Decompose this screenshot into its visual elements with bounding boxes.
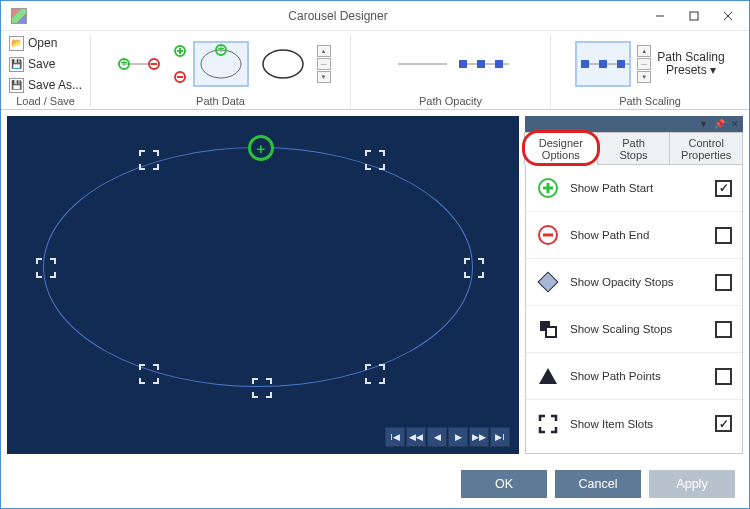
ffwd-button[interactable]: ▶▶: [469, 427, 489, 447]
save-icon: 💾: [9, 57, 24, 72]
saveas-label: Save As...: [28, 78, 82, 92]
option-show-opacity-stops: Show Opacity Stops: [526, 259, 742, 306]
minimize-button[interactable]: [643, 5, 677, 27]
side-panel: ▼ 📌 ✕ Designer Options Path Stops Contro…: [525, 116, 743, 454]
cancel-button[interactable]: Cancel: [555, 470, 641, 498]
svg-rect-26: [599, 60, 607, 68]
pathdata-preset-ellipse-startmark[interactable]: +: [193, 41, 249, 87]
prev-button[interactable]: ◀: [427, 427, 447, 447]
scaling-spinner[interactable]: ▲—▼: [637, 45, 651, 83]
chevron-up-icon[interactable]: ▲: [637, 45, 651, 57]
window-title: Carousel Designer: [33, 9, 643, 23]
plus-green-icon: [173, 44, 187, 58]
item-slot[interactable]: [138, 149, 160, 171]
group-label-loadsave: Load / Save: [16, 95, 75, 107]
app-icon: [11, 8, 27, 24]
next-button[interactable]: ▶: [448, 427, 468, 447]
svg-rect-1: [690, 12, 698, 20]
saveas-button[interactable]: 💾Save As...: [7, 76, 84, 95]
option-label: Show Path Points: [570, 370, 705, 382]
svg-rect-36: [546, 327, 556, 337]
option-label: Show Path End: [570, 229, 705, 241]
item-slot[interactable]: [251, 377, 273, 399]
checkbox-show-path-points[interactable]: [715, 368, 732, 385]
path-end-icon: [536, 223, 560, 247]
scaling-preset-line2: Presets ▾: [666, 64, 716, 77]
rewind-button[interactable]: ◀◀: [406, 427, 426, 447]
checkbox-show-path-start[interactable]: ✓: [715, 180, 732, 197]
item-slot[interactable]: [364, 149, 386, 171]
path-point-icon: [536, 364, 560, 388]
group-label-pathopacity: Path Opacity: [419, 95, 482, 107]
panel-tabs: Designer Options Path Stops Control Prop…: [525, 132, 743, 165]
panel-close-icon[interactable]: ✕: [731, 119, 739, 129]
save-button[interactable]: 💾Save: [7, 55, 57, 74]
ok-button[interactable]: OK: [461, 470, 547, 498]
opacity-preset-stops[interactable]: [454, 41, 510, 87]
path-start-icon: [536, 176, 560, 200]
chevron-down-icon[interactable]: ▼: [317, 71, 331, 83]
item-slot[interactable]: [463, 257, 485, 279]
open-label: Open: [28, 36, 57, 50]
scaling-preset-stops[interactable]: [575, 41, 631, 87]
checkbox-show-path-end[interactable]: [715, 227, 732, 244]
group-label-pathdata: Path Data: [196, 95, 245, 107]
option-label: Show Opacity Stops: [570, 276, 705, 288]
close-button[interactable]: [711, 5, 745, 27]
transport-controls: I◀ ◀◀ ◀ ▶ ▶▶ ▶I: [385, 427, 510, 447]
first-button[interactable]: I◀: [385, 427, 405, 447]
ribbon-group-pathdata: + + ▲—▼ Path Data: [91, 35, 351, 107]
item-slot[interactable]: [138, 363, 160, 385]
pathdata-preset-line[interactable]: +: [111, 41, 167, 87]
pin-icon[interactable]: 📌: [714, 119, 725, 129]
ribbon-group-pathscaling: ▲—▼ Path Scaling Presets ▾ Path Scaling: [551, 35, 749, 107]
checkbox-show-item-slots[interactable]: ✓: [715, 415, 732, 432]
panel-header: ▼ 📌 ✕: [525, 116, 743, 132]
stop-icon[interactable]: —: [317, 58, 331, 70]
dialog-footer: OK Cancel Apply: [1, 460, 749, 508]
saveas-icon: 💾: [9, 78, 24, 93]
option-show-path-start: Show Path Start ✓: [526, 165, 742, 212]
last-button[interactable]: ▶I: [490, 427, 510, 447]
svg-rect-20: [459, 60, 467, 68]
titlebar: Carousel Designer: [1, 1, 749, 31]
scaling-presets-dropdown[interactable]: Path Scaling Presets ▾: [657, 51, 724, 77]
pathdata-spinner[interactable]: ▲—▼: [317, 45, 331, 83]
item-slot[interactable]: [364, 363, 386, 385]
workspace: + I◀ ◀◀ ◀ ▶ ▶▶ ▶I ▼ 📌 ✕: [1, 110, 749, 460]
svg-rect-21: [477, 60, 485, 68]
svg-rect-25: [581, 60, 589, 68]
ribbon-group-loadsave: 📂Open 💾Save 💾Save As... Load / Save: [1, 35, 91, 107]
app-window: Carousel Designer 📂Open 💾Save 💾Save As..…: [0, 0, 750, 509]
stop-icon[interactable]: —: [637, 58, 651, 70]
option-show-path-end: Show Path End: [526, 212, 742, 259]
designer-options-list: Show Path Start ✓ Show Path End Show Opa…: [525, 165, 743, 454]
tab-control-properties[interactable]: Control Properties: [669, 132, 743, 165]
design-canvas[interactable]: + I◀ ◀◀ ◀ ▶ ▶▶ ▶I: [7, 116, 519, 454]
path-start-marker[interactable]: +: [248, 135, 274, 161]
open-icon: 📂: [9, 36, 24, 51]
scaling-stop-icon: [536, 317, 560, 341]
open-button[interactable]: 📂Open: [7, 34, 59, 53]
ribbon-group-pathopacity: Path Opacity: [351, 35, 551, 107]
tab-designer-options[interactable]: Designer Options: [524, 132, 598, 165]
chevron-up-icon[interactable]: ▲: [317, 45, 331, 57]
item-slot[interactable]: [35, 257, 57, 279]
chevron-down-icon[interactable]: ▼: [699, 119, 708, 129]
option-show-scaling-stops: Show Scaling Stops: [526, 306, 742, 353]
apply-button[interactable]: Apply: [649, 470, 735, 498]
maximize-button[interactable]: [677, 5, 711, 27]
checkbox-show-opacity-stops[interactable]: [715, 274, 732, 291]
tab-path-stops[interactable]: Path Stops: [597, 132, 671, 165]
checkbox-show-scaling-stops[interactable]: [715, 321, 732, 338]
option-label: Show Scaling Stops: [570, 323, 705, 335]
option-show-item-slots: Show Item Slots ✓: [526, 400, 742, 447]
ribbon: 📂Open 💾Save 💾Save As... Load / Save + +: [1, 31, 749, 110]
svg-rect-27: [617, 60, 625, 68]
option-label: Show Item Slots: [570, 418, 705, 430]
chevron-down-icon[interactable]: ▼: [637, 71, 651, 83]
pathdata-preset-ellipse[interactable]: [255, 41, 311, 87]
opacity-preset-line[interactable]: [392, 41, 448, 87]
group-label-pathscaling: Path Scaling: [619, 95, 681, 107]
item-slot-icon: [536, 412, 560, 436]
